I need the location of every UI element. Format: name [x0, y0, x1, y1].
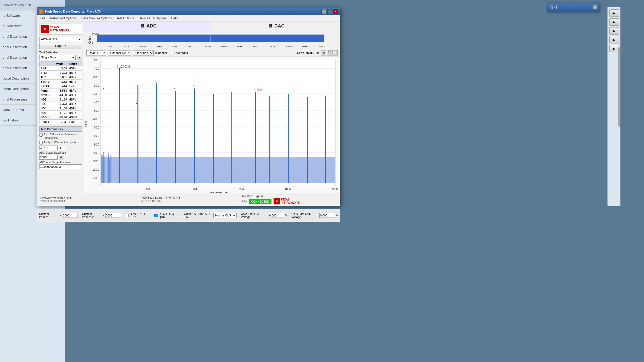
- zoom-in-btn[interactable]: ⊕: [321, 50, 326, 55]
- metric-unit: Bits: [68, 84, 82, 88]
- metric-name: HD2: [40, 97, 55, 102]
- low-freq-qdr-checkbox[interactable]: [154, 214, 158, 217]
- dac-tab[interactable]: 🖥 DAC: [212, 21, 340, 31]
- svg-rect-62: [231, 92, 232, 183]
- zoom-select-btn[interactable]: ⊞: [332, 50, 338, 55]
- svg-rect-61: [213, 94, 214, 183]
- menu-data-capture-options[interactable]: Data Capture Options: [79, 16, 114, 21]
- ch-b-input[interactable]: [319, 213, 335, 218]
- adc-output-row: ⚙: [39, 155, 82, 160]
- metric-unit: dBFs: [68, 88, 82, 93]
- connection-status: Idle CONNECTED TI TEXAS INSTRUMENTS: [242, 198, 337, 204]
- korean-window: 찾기 ✕: [547, 3, 599, 12]
- metric-name: HD3: [40, 102, 55, 106]
- toolbar-btn-2[interactable]: ▶: [609, 18, 619, 26]
- menu-device-gui-options[interactable]: Device GUI Options: [137, 16, 169, 21]
- adc-input-freq[interactable]: [39, 164, 82, 169]
- custom1-input[interactable]: [62, 213, 78, 218]
- code-bar: [97, 35, 324, 42]
- waiting-label: Waiting for user input: [40, 199, 135, 202]
- title-bar: H High Speed Data Converter Pro v4.70 ─ …: [37, 8, 340, 15]
- svg-text:0: 0: [100, 187, 102, 191]
- table-row: SINAD 4,252 dBFs: [40, 80, 82, 84]
- ch-b-field: Ch B Fast OVR Voltage V: [291, 212, 338, 219]
- adc-dac-tabs: 🖥 ADC 🖥 DAC: [84, 21, 340, 31]
- ovr-select[interactable]: Normal OVR: [213, 213, 237, 218]
- metric-name: ENOB: [40, 84, 55, 88]
- date-label: 2017-07-19 오후 1:: [141, 199, 236, 203]
- channel-select[interactable]: Channel 1/2: [108, 50, 131, 55]
- svg-rect-64: [269, 96, 270, 183]
- toolbar-btn-4[interactable]: ▶: [609, 36, 619, 43]
- ch-a-input[interactable]: [269, 213, 284, 218]
- metric-unit: Rad: [68, 120, 82, 124]
- adc-tab[interactable]: 🖥 ADC: [84, 21, 212, 31]
- test-type-select[interactable]: Single ToneTwo ToneIMD: [39, 55, 76, 60]
- toolbar-btn-3[interactable]: ▶: [609, 27, 619, 35]
- svg-text:-110,0: -110,0: [92, 159, 99, 163]
- toolbar-btn-1[interactable]: ▶: [609, 9, 619, 17]
- svg-rect-52: [108, 153, 109, 183]
- right-toolbar: ▶ ▶ ▶ ▶ ▶: [607, 7, 620, 206]
- gear-button[interactable]: ⚙: [59, 155, 64, 160]
- ch-b-label: Ch B Fast OVR Voltage: [291, 212, 318, 219]
- samples-row: ▼: [39, 146, 82, 150]
- metric-value: -7,373: [55, 102, 68, 106]
- low-freq-ddr-field: LOW FREQ DDR: [125, 212, 150, 219]
- menu-instrument-options[interactable]: Instrument Options: [48, 16, 79, 21]
- minimize-button[interactable]: ─: [321, 9, 326, 14]
- fft-chart-svg: 10,0 0,0 -10,0 -20,0 -30,0 -40,0 -50,0 -…: [84, 57, 340, 193]
- custom-pattern-1: Custom Pattern 1 x: [39, 212, 78, 219]
- metric-name: NSD/H.: [40, 115, 55, 120]
- status-interface: Interface Type = Idle CONNECTED TI TEXAS…: [239, 193, 340, 206]
- custom2-label: Custom Pattern 2: [82, 212, 102, 219]
- capture-button[interactable]: Capture: [39, 43, 82, 49]
- samples-dropdown[interactable]: ▼: [59, 146, 65, 150]
- korean-title: 찾기: [550, 5, 557, 10]
- zoom-fit-btn[interactable]: ☷: [327, 50, 332, 55]
- svg-rect-51: [107, 158, 107, 183]
- status-board: TSW1400 Board = TIWYO748 2017-07-19 오후 1…: [138, 193, 239, 206]
- svg-text:-70,0: -70,0: [93, 126, 99, 129]
- menu-test-options[interactable]: Test Options: [114, 16, 136, 21]
- window-controls: ─ □ ✕: [321, 9, 338, 14]
- metric-value: 9,53: [55, 66, 68, 71]
- adc-output-label: ADC Output Data Rate: [39, 151, 82, 154]
- svg-rect-63: [255, 92, 256, 183]
- auto-calc-row: Auto Calculation of Coherent Frequencies: [39, 133, 82, 140]
- svg-rect-57: [137, 85, 138, 183]
- fft-chart-wrapper: 10,0 0,0 -10,0 -20,0 -30,0 -40,0 -50,0 -…: [84, 57, 340, 193]
- code-bar-separator: [210, 35, 211, 42]
- korean-close-btn[interactable]: ✕: [593, 5, 597, 9]
- low-freq-qdr-field: LOW FREQ QDR: [154, 212, 179, 219]
- menu-file[interactable]: File: [38, 16, 47, 21]
- window-title: High Speed Data Converter Pro v4.70: [45, 10, 101, 13]
- close-button[interactable]: ✕: [333, 9, 338, 14]
- toolbar-btn-5[interactable]: ▶: [609, 45, 619, 52]
- metrics-header-unit[interactable]: Unit▼: [68, 62, 82, 66]
- metric-unit: dBFs: [68, 66, 82, 71]
- auto-calc-checkbox[interactable]: [39, 133, 43, 137]
- menu-help[interactable]: Help: [169, 16, 180, 21]
- rbw-unit: Hz: [316, 51, 319, 54]
- maximize-button[interactable]: □: [327, 9, 332, 14]
- fft-type-select[interactable]: Real FFT: [86, 50, 106, 55]
- device-select[interactable]: ADS42LB69: [39, 37, 82, 42]
- code-tick-marks: 0 5000 10000 15000 20000 25000 30000 350…: [97, 44, 324, 48]
- metric-unit: dBFs: [68, 102, 82, 106]
- low-freq-ddr-checkbox[interactable]: [125, 214, 129, 217]
- svg-text:0,0: 0,0: [96, 67, 99, 70]
- samples-input[interactable]: [39, 146, 58, 150]
- rbw-label: RBW: [297, 51, 304, 54]
- custom2-input[interactable]: [105, 213, 121, 218]
- app-icon: H: [39, 9, 43, 14]
- test-type-dropdown-btn[interactable]: ▼: [77, 55, 82, 60]
- ovr-label: Which OVR on OVR Pin?: [184, 212, 212, 219]
- svg-rect-66: [307, 97, 308, 183]
- analysis-window-checkbox[interactable]: [39, 141, 43, 144]
- svg-text:10,0: 10,0: [94, 59, 99, 62]
- adc-output-input[interactable]: [39, 155, 58, 160]
- metric-name: SNR: [40, 66, 55, 71]
- window-select[interactable]: Blackman: [133, 50, 154, 55]
- scrollbar-thumb[interactable]: [618, 47, 620, 127]
